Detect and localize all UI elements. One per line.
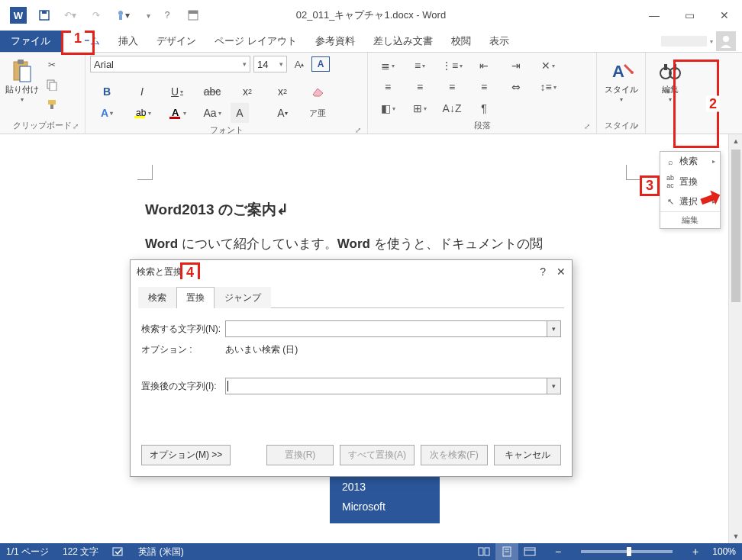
tab-review[interactable]: 校閲 bbox=[442, 31, 480, 52]
ribbon-display-options-icon[interactable] bbox=[182, 4, 205, 27]
align-center-icon[interactable]: ≡ bbox=[405, 77, 435, 97]
paste-button[interactable]: 貼り付け ▾ bbox=[5, 56, 40, 103]
numbering-icon[interactable]: ≡ bbox=[405, 56, 435, 76]
replace-with-label: 置換後の文字列(I): bbox=[141, 380, 225, 393]
grow-font-icon[interactable]: A▴ bbox=[290, 56, 308, 72]
paragraph-launcher-icon[interactable]: ⤢ bbox=[582, 122, 592, 131]
language-indicator[interactable]: 英語 (米国) bbox=[138, 546, 183, 558]
dialog-tab-find[interactable]: 検索 bbox=[138, 287, 176, 308]
borders-icon[interactable]: ⊞ bbox=[405, 98, 435, 118]
zoom-value[interactable]: 100% bbox=[712, 546, 736, 557]
scroll-up-icon[interactable]: ▲ bbox=[729, 134, 742, 148]
zoom-handle[interactable] bbox=[627, 547, 631, 556]
scroll-thumb[interactable] bbox=[731, 150, 740, 302]
change-case-icon[interactable]: Aa bbox=[195, 103, 229, 123]
redo-icon[interactable]: ↷ bbox=[89, 8, 104, 23]
tab-mailings[interactable]: 差し込み文書 bbox=[364, 31, 442, 52]
zoom-slider[interactable] bbox=[581, 550, 673, 553]
decrease-indent-icon[interactable]: ⇤ bbox=[469, 56, 499, 76]
text-effects-icon[interactable]: A bbox=[90, 103, 124, 123]
bullets-icon[interactable]: ≣ bbox=[373, 56, 403, 76]
distribute-icon[interactable]: ⇔ bbox=[501, 77, 531, 97]
tab-page-layout[interactable]: ページ レイアウト bbox=[205, 31, 306, 52]
undo-icon[interactable]: ↶▾ bbox=[63, 8, 78, 23]
increase-indent-icon[interactable]: ⇥ bbox=[501, 56, 531, 76]
replace-button[interactable]: 置換(R) bbox=[266, 445, 334, 465]
shading-icon[interactable]: ◧ bbox=[373, 98, 403, 118]
font-size-select[interactable]: 14▾ bbox=[253, 56, 287, 72]
dialog-close-icon[interactable]: ✕ bbox=[556, 266, 566, 278]
font-color-icon[interactable]: A bbox=[160, 103, 194, 123]
dialog-tab-replace[interactable]: 置換 bbox=[176, 287, 215, 308]
asian-layout-icon[interactable]: ✕ bbox=[533, 56, 563, 76]
tab-insert[interactable]: 挿入 bbox=[109, 31, 147, 52]
tab-file[interactable]: ファイル bbox=[0, 31, 61, 52]
zoom-out-icon[interactable]: − bbox=[555, 546, 561, 558]
underline-icon[interactable]: U bbox=[160, 82, 194, 101]
save-icon[interactable] bbox=[37, 8, 52, 23]
highlight-icon[interactable]: ab bbox=[125, 103, 159, 123]
page-indicator[interactable]: 1/1 ページ bbox=[6, 546, 49, 558]
tab-references[interactable]: 参考資料 bbox=[306, 31, 364, 52]
styles-button[interactable]: A スタイル ▾ bbox=[602, 56, 640, 103]
sort-icon[interactable]: A↓Z bbox=[437, 98, 467, 118]
bold-icon[interactable]: B bbox=[90, 82, 124, 101]
italic-icon[interactable]: I bbox=[125, 82, 159, 101]
qat-customize-icon[interactable]: ▾ bbox=[140, 8, 156, 23]
align-left-icon[interactable]: ≡ bbox=[373, 77, 403, 97]
print-layout-icon[interactable] bbox=[495, 543, 518, 560]
format-painter-icon[interactable] bbox=[44, 97, 60, 112]
restore-icon[interactable]: ▭ bbox=[672, 4, 707, 27]
dialog-titlebar[interactable]: 検索と置換 ? ✕ bbox=[131, 260, 572, 283]
multilevel-list-icon[interactable]: ⋮≡ bbox=[437, 56, 467, 76]
user-menu-caret-icon[interactable]: ▾ bbox=[710, 38, 713, 45]
char-shading-icon[interactable]: A bbox=[231, 103, 249, 123]
select-menu-item[interactable]: ↖ 選択 ▸ bbox=[660, 192, 720, 211]
text-border-icon[interactable]: A bbox=[311, 56, 330, 72]
find-what-input[interactable]: ▾ bbox=[225, 320, 561, 337]
line-spacing-icon[interactable]: ↕≡ bbox=[533, 77, 563, 97]
web-layout-icon[interactable] bbox=[518, 543, 541, 560]
phonetic-guide-icon[interactable]: ア 亜 bbox=[301, 103, 334, 123]
dialog-help-icon[interactable]: ? bbox=[540, 266, 546, 278]
dialog-tab-goto[interactable]: ジャンプ bbox=[215, 287, 271, 308]
eraser-icon[interactable] bbox=[301, 82, 334, 101]
read-mode-icon[interactable] bbox=[473, 543, 495, 560]
editing-button[interactable]: 編集 ▾ bbox=[653, 56, 688, 103]
group-paragraph: ≣ ≡ ⋮≡ ⇤ ⇥ ✕ ≡ ≡ ≡ ≡ ⇔ ↕≡ ◧ ⊞ A↓Z ¶ 段落⤢ bbox=[368, 53, 597, 134]
replace-combo-caret-icon[interactable]: ▾ bbox=[547, 378, 560, 394]
help-icon[interactable]: ? bbox=[156, 4, 179, 27]
cancel-button[interactable]: キャンセル bbox=[494, 445, 561, 465]
tab-view[interactable]: 表示 bbox=[480, 31, 518, 52]
replace-all-button[interactable]: すべて置換(A) bbox=[340, 445, 415, 465]
superscript-icon[interactable]: x2 bbox=[266, 82, 299, 101]
cut-icon[interactable]: ✂ bbox=[44, 57, 60, 72]
tab-home[interactable]: ホーム bbox=[61, 31, 109, 52]
styles-launcher-icon[interactable]: ⤢ bbox=[631, 122, 640, 131]
options-button[interactable]: オプション(M) >> bbox=[141, 445, 231, 465]
subscript-icon[interactable]: x2 bbox=[231, 82, 264, 101]
font-name-select[interactable]: Arial▾ bbox=[90, 56, 250, 72]
proofing-icon[interactable] bbox=[112, 546, 124, 557]
show-marks-icon[interactable]: ¶ bbox=[469, 98, 499, 118]
vertical-scrollbar[interactable]: ▲ ▼ bbox=[728, 134, 742, 543]
find-next-button[interactable]: 次を検索(F) bbox=[421, 445, 488, 465]
find-menu-item[interactable]: ⌕ 検索 ▸ bbox=[660, 152, 720, 171]
close-icon[interactable]: ✕ bbox=[707, 4, 742, 27]
justify-icon[interactable]: ≡ bbox=[469, 77, 499, 97]
word-count[interactable]: 122 文字 bbox=[63, 546, 98, 558]
copy-icon[interactable] bbox=[44, 77, 60, 92]
zoom-in-icon[interactable]: + bbox=[692, 546, 698, 558]
scroll-down-icon[interactable]: ▼ bbox=[729, 529, 742, 543]
clipboard-launcher-icon[interactable]: ⤢ bbox=[71, 122, 80, 131]
strikethrough-icon[interactable]: abc bbox=[195, 82, 229, 101]
align-right-icon[interactable]: ≡ bbox=[437, 77, 467, 97]
shrink-font-icon[interactable]: A▾ bbox=[266, 103, 299, 123]
avatar-icon[interactable] bbox=[716, 31, 736, 51]
touch-mode-icon[interactable]: ▾ bbox=[115, 8, 130, 23]
replace-with-input[interactable]: ▾ bbox=[225, 378, 561, 394]
tab-design[interactable]: デザイン bbox=[147, 31, 205, 52]
minimize-icon[interactable]: — bbox=[637, 4, 672, 27]
find-combo-caret-icon[interactable]: ▾ bbox=[547, 321, 560, 336]
replace-menu-item[interactable]: abac 置換 bbox=[660, 171, 720, 192]
